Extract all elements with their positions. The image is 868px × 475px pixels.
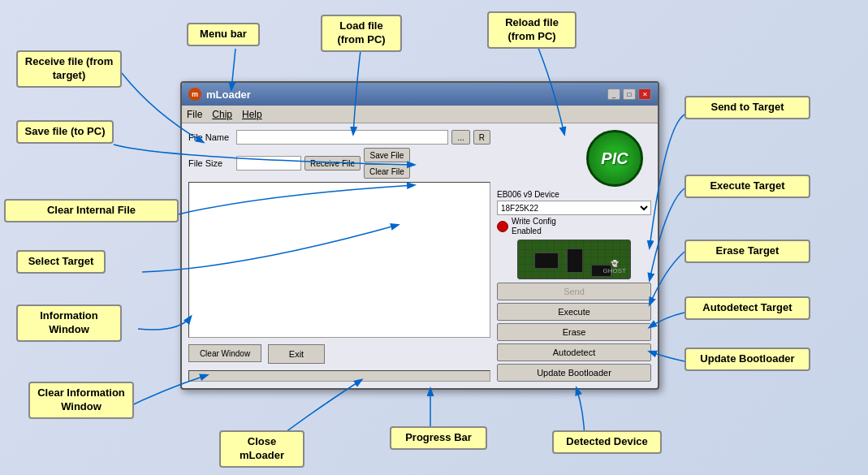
- minimize-button[interactable]: _: [607, 89, 620, 100]
- send-button[interactable]: Send: [497, 283, 651, 300]
- file-name-input[interactable]: [236, 130, 448, 145]
- app-icon: m: [188, 88, 201, 101]
- file-size-input[interactable]: [236, 156, 301, 171]
- config-led: [497, 221, 508, 232]
- bottom-controls: Clear Window Exit: [188, 341, 490, 364]
- chip-1: [534, 253, 559, 269]
- label-save-file: Save file (to PC): [16, 120, 114, 144]
- progress-bar-container: [188, 370, 490, 382]
- action-buttons: Send Execute Erase Autodetect Update Boo…: [497, 283, 651, 382]
- browse-button[interactable]: ...: [451, 130, 469, 145]
- label-clear-info-window: Clear Information Window: [28, 382, 134, 419]
- update-bootloader-button[interactable]: Update Bootloader: [497, 364, 651, 382]
- config-text: Write Config Enabled: [512, 217, 556, 236]
- ghost-logo: 👻 GHOST: [603, 260, 626, 274]
- clear-window-button[interactable]: Clear Window: [188, 344, 261, 362]
- device-select[interactable]: 18F25K22: [497, 201, 651, 215]
- device-section: EB006 v9 Device 18F25K22 Write Config En…: [497, 190, 651, 236]
- title-bar: m mLoader _ □ ✕: [182, 83, 658, 106]
- menu-chip[interactable]: Chip: [212, 109, 232, 120]
- label-erase-target: Erase Target: [684, 240, 810, 263]
- label-send-to-target: Send to Target: [684, 96, 810, 119]
- label-select-target: Select Target: [16, 250, 106, 274]
- file-size-label: File Size: [188, 158, 233, 168]
- reload-button[interactable]: R: [473, 130, 490, 145]
- label-clear-internal-file: Clear Internal File: [4, 199, 179, 222]
- menu-file[interactable]: File: [187, 109, 202, 120]
- label-load-file: Load file (from PC): [321, 15, 402, 52]
- board-image: 👻 GHOST: [517, 240, 631, 279]
- device-label: EB006 v9 Device: [497, 190, 651, 199]
- label-execute-target: Execute Target: [684, 175, 810, 198]
- label-close-mloader: Close mLoader: [219, 430, 304, 468]
- file-name-label: File Name: [188, 132, 233, 142]
- label-information-window: Information Window: [16, 304, 122, 342]
- device-select-row: 18F25K22: [497, 201, 651, 215]
- window-controls: _ □ ✕: [607, 89, 651, 100]
- config-row: Write Config Enabled: [497, 217, 651, 236]
- mloader-window: m mLoader _ □ ✕ File Chip Help File Name…: [180, 81, 659, 390]
- autodetect-button[interactable]: Autodetect: [497, 343, 651, 361]
- save-file-button[interactable]: Save File: [364, 148, 410, 162]
- right-panel: PIC EB006 v9 Device 18F25K22 Write Confi…: [497, 130, 651, 382]
- file-size-row: File Size Receive File Save File Clear F…: [188, 148, 490, 179]
- chip-2: [567, 248, 583, 273]
- exit-button[interactable]: Exit: [268, 344, 325, 364]
- pic-logo-container: PIC: [497, 130, 651, 187]
- erase-button[interactable]: Erase: [497, 323, 651, 341]
- label-autodetect-target: Autodetect Target: [684, 296, 810, 320]
- label-update-bootloader: Update Bootloader: [684, 348, 810, 371]
- close-button[interactable]: ✕: [638, 89, 651, 100]
- label-detected-device: Detected Device: [552, 430, 662, 454]
- label-progress-bar: Progress Bar: [390, 426, 487, 450]
- menu-help[interactable]: Help: [242, 109, 262, 120]
- menu-bar: File Chip Help: [182, 106, 658, 123]
- label-reload-file: Reload file (from PC): [487, 11, 577, 49]
- label-menu-bar: Menu bar: [187, 23, 260, 46]
- execute-button[interactable]: Execute: [497, 303, 651, 321]
- left-panel: File Name ... R File Size Receive File S…: [188, 130, 490, 382]
- title-text: mLoader: [206, 89, 607, 101]
- window-body: File Name ... R File Size Receive File S…: [182, 123, 658, 388]
- maximize-button[interactable]: □: [623, 89, 636, 100]
- label-receive-file: Receive file (from target): [16, 50, 122, 88]
- file-name-row: File Name ... R: [188, 130, 490, 145]
- information-window: [188, 182, 490, 338]
- pic-logo: PIC: [586, 130, 643, 187]
- receive-file-button[interactable]: Receive File: [304, 156, 361, 171]
- clear-file-button[interactable]: Clear File: [364, 164, 410, 179]
